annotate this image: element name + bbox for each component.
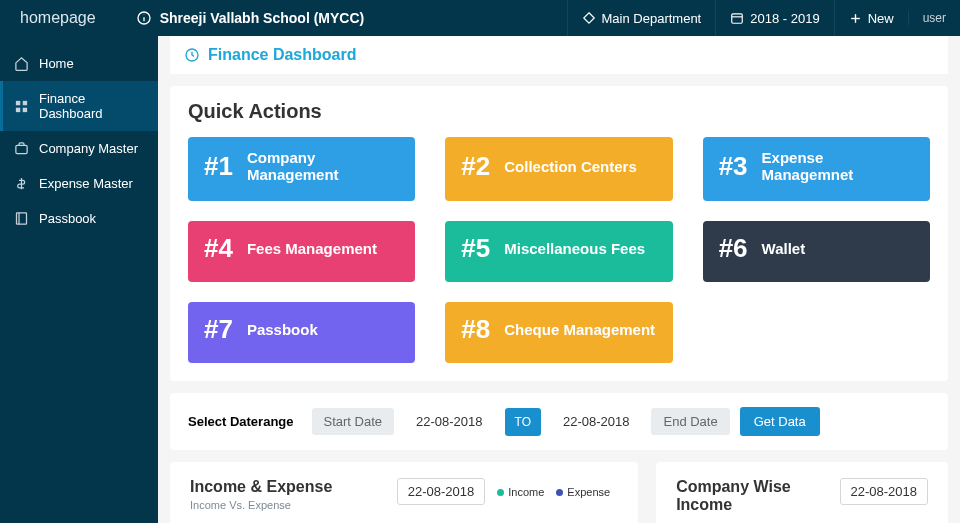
tile-fees-management[interactable]: #4Fees Management (188, 221, 415, 282)
sidebar-item-label: Passbook (39, 211, 96, 226)
start-date-input[interactable]: 22-08-2018 (404, 408, 495, 435)
tile-wallet[interactable]: #6Wallet (703, 221, 930, 282)
sidebar-item-company-master[interactable]: Company Master (0, 131, 158, 166)
chart-subtitle: Income Vs. Expense (190, 499, 332, 511)
sidebar-item-label: Company Master (39, 141, 138, 156)
sidebar-item-label: Home (39, 56, 74, 71)
end-date-input[interactable]: 22-08-2018 (551, 408, 642, 435)
sidebar-item-label: Expense Master (39, 176, 133, 191)
brand-logo[interactable]: homepage (20, 9, 96, 27)
sidebar-item-home[interactable]: Home (0, 46, 158, 81)
info-icon (136, 10, 152, 26)
dept-icon (582, 11, 596, 25)
income-expense-chart-card: Income & Expense Income Vs. Expense 22-0… (170, 462, 638, 523)
start-date-label: Start Date (312, 408, 395, 435)
svg-rect-8 (16, 100, 20, 104)
page-title-bar: Finance Dashboard (170, 36, 948, 74)
svg-rect-13 (17, 213, 27, 224)
plus-icon (849, 12, 862, 25)
chart-legend: Income Expense (497, 486, 610, 498)
sidebar-item-label: Finance Dashboard (39, 91, 144, 121)
school-selector[interactable]: Shreeji Vallabh School (MYCC) (136, 10, 365, 26)
quick-actions-title: Quick Actions (188, 100, 930, 123)
school-name: Shreeji Vallabh School (MYCC) (160, 10, 365, 26)
chart-date-input[interactable]: 22-08-2018 (840, 478, 929, 505)
tiles-grid: #1Company Management #2Collection Center… (188, 137, 930, 363)
svg-rect-11 (23, 107, 27, 111)
briefcase-icon (14, 141, 29, 156)
svg-rect-4 (732, 14, 743, 23)
tile-company-management[interactable]: #1Company Management (188, 137, 415, 201)
tile-passbook[interactable]: #7Passbook (188, 302, 415, 363)
new-button[interactable]: New (834, 0, 908, 36)
department-selector[interactable]: Main Department (567, 0, 716, 36)
quick-actions-card: Quick Actions #1Company Management #2Col… (170, 86, 948, 381)
tile-collection-centers[interactable]: #2Collection Centers (445, 137, 672, 201)
calendar-icon (730, 11, 744, 25)
sidebar-item-expense-master[interactable]: Expense Master (0, 166, 158, 201)
chart-title: Income & Expense (190, 478, 332, 496)
daterange-label: Select Daterange (188, 414, 294, 429)
chart-title: Company Wise Income (676, 478, 796, 514)
dashboard-icon (184, 47, 200, 63)
tile-expense-management[interactable]: #3Expense Managemnet (703, 137, 930, 201)
get-data-button[interactable]: Get Data (740, 407, 820, 436)
to-label: TO (505, 408, 541, 436)
sidebar-item-finance-dashboard[interactable]: Finance Dashboard (0, 81, 158, 131)
company-income-chart-card: Company Wise Income 22-08-2018 (656, 462, 948, 523)
daterange-card: Select Daterange Start Date 22-08-2018 T… (170, 393, 948, 450)
book-icon (14, 211, 29, 226)
user-menu[interactable]: user (908, 11, 960, 25)
tile-misc-fees[interactable]: #5Miscellaneous Fees (445, 221, 672, 282)
year-selector[interactable]: 2018 - 2019 (715, 0, 833, 36)
page-title: Finance Dashboard (208, 46, 356, 64)
tile-cheque-management[interactable]: #8Cheque Management (445, 302, 672, 363)
home-icon (14, 56, 29, 71)
svg-rect-12 (16, 145, 27, 153)
main-content: Finance Dashboard Quick Actions #1Compan… (158, 36, 960, 523)
grid-icon (14, 99, 29, 114)
sidebar: Home Finance Dashboard Company Master Ex… (0, 36, 158, 523)
dollar-icon (14, 176, 29, 191)
end-date-label: End Date (651, 408, 729, 435)
sidebar-item-passbook[interactable]: Passbook (0, 201, 158, 236)
chart-date-input[interactable]: 22-08-2018 (397, 478, 486, 505)
svg-rect-9 (23, 100, 27, 104)
svg-rect-10 (16, 107, 20, 111)
topbar: homepage Shreeji Vallabh School (MYCC) M… (0, 0, 960, 36)
svg-marker-3 (583, 13, 594, 24)
